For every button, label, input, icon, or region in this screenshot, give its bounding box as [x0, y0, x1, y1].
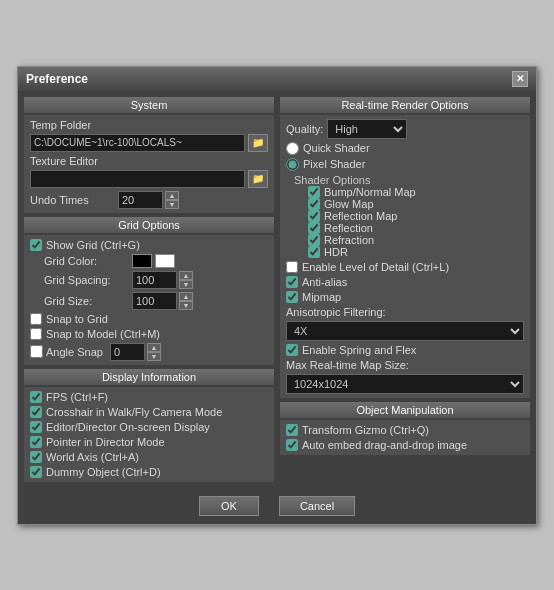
- max-map-dropdown[interactable]: 1024x1024: [286, 374, 524, 394]
- snap-model-label: Snap to Model (Ctrl+M): [46, 328, 160, 340]
- system-body: Temp Folder 📁 Texture Editor 📁 Undo Time…: [24, 115, 274, 213]
- snap-grid-checkbox[interactable]: [30, 313, 42, 325]
- refraction-checkbox[interactable]: [308, 234, 320, 246]
- angle-snap-checkbox[interactable]: [30, 345, 43, 358]
- reflection-checkbox[interactable]: [308, 222, 320, 234]
- cancel-button[interactable]: Cancel: [279, 496, 355, 516]
- grid-color-row: Grid Color:: [30, 254, 268, 268]
- realtime-body: Quality: High Quick Shader Pixel Shader: [280, 115, 530, 398]
- grid-size-label: Grid Size:: [44, 295, 129, 307]
- transform-row: Transform Gizmo (Ctrl+Q): [286, 424, 524, 436]
- pixel-shader-radio[interactable]: [286, 158, 299, 171]
- undo-times-spinner: ▲ ▼: [118, 191, 179, 209]
- crosshair-label: Crosshair in Walk/Fly Camera Mode: [46, 406, 222, 418]
- display-header: Display Information: [24, 369, 274, 385]
- grid-spacing-up[interactable]: ▲: [179, 271, 193, 280]
- shader-options-label: Shader Options: [294, 174, 370, 186]
- editor-checkbox[interactable]: [30, 421, 42, 433]
- world-axis-row: World Axis (Ctrl+A): [30, 451, 268, 463]
- pointer-label: Pointer in Director Mode: [46, 436, 165, 448]
- fps-label: FPS (Ctrl+F): [46, 391, 108, 403]
- texture-editor-input[interactable]: [30, 170, 245, 188]
- anisotropic-dropdown[interactable]: 4X: [286, 321, 524, 341]
- reflection-map-checkbox[interactable]: [308, 210, 320, 222]
- grid-color-white[interactable]: [155, 254, 175, 268]
- dummy-object-checkbox[interactable]: [30, 466, 42, 478]
- glow-row: Glow Map: [294, 198, 524, 210]
- world-axis-label: World Axis (Ctrl+A): [46, 451, 139, 463]
- undo-times-down[interactable]: ▼: [165, 200, 179, 209]
- ok-button[interactable]: OK: [199, 496, 259, 516]
- crosshair-checkbox[interactable]: [30, 406, 42, 418]
- texture-editor-browse-button[interactable]: 📁: [248, 170, 268, 188]
- mipmap-checkbox[interactable]: [286, 291, 298, 303]
- grid-color-swatch[interactable]: [132, 254, 175, 268]
- angle-snap-up[interactable]: ▲: [147, 343, 161, 352]
- close-button[interactable]: ✕: [512, 71, 528, 87]
- editor-row: Editor/Director On-screen Display: [30, 421, 268, 433]
- pointer-checkbox[interactable]: [30, 436, 42, 448]
- grid-header: Grid Options: [24, 217, 274, 233]
- spring-flex-row: Enable Spring and Flex: [286, 344, 524, 356]
- glow-checkbox[interactable]: [308, 198, 320, 210]
- spring-flex-checkbox[interactable]: [286, 344, 298, 356]
- hdr-checkbox[interactable]: [308, 246, 320, 258]
- snap-grid-row: Snap to Grid: [30, 313, 268, 325]
- quick-shader-label: Quick Shader: [303, 142, 370, 154]
- lod-checkbox[interactable]: [286, 261, 298, 273]
- undo-times-input[interactable]: [118, 191, 163, 209]
- quick-shader-radio[interactable]: [286, 142, 299, 155]
- mipmap-row: Mipmap: [286, 291, 524, 303]
- right-panel: Real-time Render Options Quality: High Q…: [280, 97, 530, 482]
- preference-window: Preference ✕ System Temp Folder 📁 Textur…: [17, 66, 537, 525]
- pixel-shader-label: Pixel Shader: [303, 158, 365, 170]
- world-axis-checkbox[interactable]: [30, 451, 42, 463]
- object-body: Transform Gizmo (Ctrl+Q) Auto embed drag…: [280, 420, 530, 455]
- grid-size-up[interactable]: ▲: [179, 292, 193, 301]
- grid-spacing-input[interactable]: [132, 271, 177, 289]
- fps-checkbox[interactable]: [30, 391, 42, 403]
- show-grid-checkbox[interactable]: [30, 239, 42, 251]
- angle-snap-row: Angle Snap ▲ ▼: [30, 343, 268, 361]
- grid-size-input[interactable]: [132, 292, 177, 310]
- grid-color-label: Grid Color:: [44, 255, 129, 267]
- temp-folder-input[interactable]: [30, 134, 245, 152]
- temp-folder-row: 📁: [30, 134, 268, 152]
- snap-model-checkbox[interactable]: [30, 328, 42, 340]
- undo-times-arrows: ▲ ▼: [165, 191, 179, 209]
- system-header: System: [24, 97, 274, 113]
- glow-label: Glow Map: [324, 198, 374, 210]
- grid-color-black[interactable]: [132, 254, 152, 268]
- auto-embed-checkbox[interactable]: [286, 439, 298, 451]
- grid-spacing-down[interactable]: ▼: [179, 280, 193, 289]
- quality-dropdown[interactable]: High: [327, 119, 407, 139]
- angle-snap-down[interactable]: ▼: [147, 352, 161, 361]
- bottom-bar: OK Cancel: [18, 488, 536, 524]
- antialias-checkbox[interactable]: [286, 276, 298, 288]
- temp-folder-browse-button[interactable]: 📁: [248, 134, 268, 152]
- grid-section: Grid Options Show Grid (Ctrl+G) Grid Col…: [24, 217, 274, 365]
- grid-size-down[interactable]: ▼: [179, 301, 193, 310]
- lod-row: Enable Level of Detail (Ctrl+L): [286, 261, 524, 273]
- auto-embed-row: Auto embed drag-and-drop image: [286, 439, 524, 451]
- undo-times-up[interactable]: ▲: [165, 191, 179, 200]
- bump-label: Bump/Normal Map: [324, 186, 416, 198]
- bump-checkbox[interactable]: [308, 186, 320, 198]
- max-map-label: Max Real-time Map Size:: [286, 359, 524, 371]
- system-section: System Temp Folder 📁 Texture Editor 📁 Un…: [24, 97, 274, 213]
- spring-flex-label: Enable Spring and Flex: [302, 344, 416, 356]
- quality-row: Quality: High: [286, 119, 524, 139]
- angle-snap-label: Angle Snap: [46, 346, 103, 358]
- fps-row: FPS (Ctrl+F): [30, 391, 268, 403]
- dummy-object-row: Dummy Object (Ctrl+D): [30, 466, 268, 478]
- grid-body: Show Grid (Ctrl+G) Grid Color: Grid Spac…: [24, 235, 274, 365]
- auto-embed-label: Auto embed drag-and-drop image: [302, 439, 467, 451]
- angle-snap-input[interactable]: [110, 343, 145, 361]
- anisotropic-label: Anisotropic Filtering:: [286, 306, 524, 318]
- transform-checkbox[interactable]: [286, 424, 298, 436]
- hdr-row: HDR: [294, 246, 524, 258]
- dummy-object-label: Dummy Object (Ctrl+D): [46, 466, 161, 478]
- reflection-map-row: Reflection Map: [294, 210, 524, 222]
- shader-options-group: Shader Options Bump/Normal Map Glow Map …: [286, 174, 524, 258]
- show-grid-row: Show Grid (Ctrl+G): [30, 239, 268, 251]
